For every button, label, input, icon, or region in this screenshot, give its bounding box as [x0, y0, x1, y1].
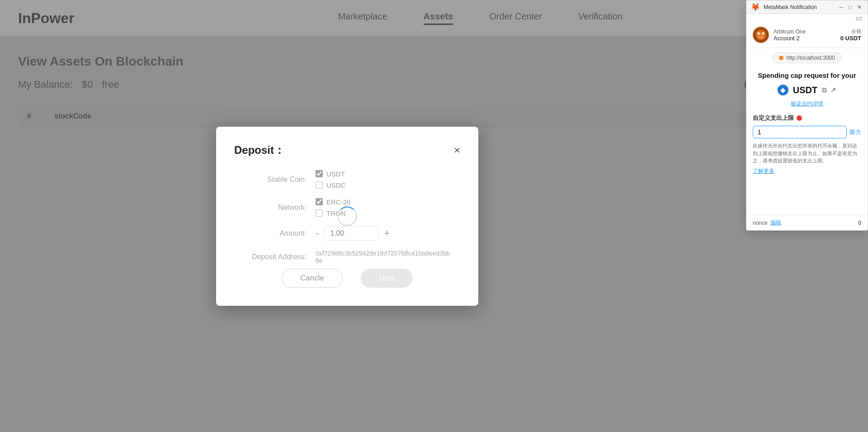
metamask-learn-link[interactable]: 了解更多: [746, 167, 868, 179]
metamask-network: Arbitrum One: [774, 28, 836, 35]
amount-plus-btn[interactable]: +: [384, 228, 390, 238]
metamask-custom-limit-label: 自定义支出上限: [746, 111, 868, 124]
tron-checkbox[interactable]: [316, 209, 323, 217]
metamask-url-badge: http://localhost:3000: [772, 52, 841, 63]
svg-point-0: [753, 27, 769, 43]
metamask-pagination: 1/2: [746, 14, 868, 22]
metamask-account-row: Arbitrum One Account 2 余额 0 USDT: [746, 22, 868, 48]
stable-coin-row: Stable Coin: USDT USDC: [234, 170, 460, 189]
erc20-label: ERC-20: [326, 198, 350, 206]
usdc-label: USDC: [326, 181, 346, 189]
amount-row: Amount: - +: [234, 226, 460, 241]
metamask-input-row: 最大: [746, 124, 868, 140]
metamask-titlebar: 🦊 MetaMask Notification ─ □ ✕: [746, 0, 868, 14]
usdc-checkbox[interactable]: [316, 181, 323, 189]
modal-form: Stable Coin: USDT USDC Network: ERC-20: [234, 170, 460, 264]
account-avatar-svg: [753, 27, 769, 43]
metamask-balance-value: 0 USDT: [840, 35, 861, 42]
erc20-option: ERC-20: [316, 198, 350, 206]
metamask-url-dot: [779, 56, 783, 60]
metamask-custom-limit-text: 自定义支出上限: [753, 114, 794, 122]
metamask-token-name: USDT: [793, 85, 817, 95]
metamask-url-row: http://localhost:3000: [746, 48, 868, 68]
stable-coin-label: Stable Coin:: [234, 176, 307, 184]
metamask-external-link-btn[interactable]: ↗: [830, 86, 836, 94]
loading-spinner: [337, 206, 357, 226]
metamask-url-text: http://localhost:3000: [786, 55, 835, 61]
metamask-max-btn[interactable]: 最大: [849, 128, 861, 136]
metamask-spending-title: Spending cap request for your: [746, 68, 868, 81]
spinner-animation: [337, 206, 357, 226]
metamask-panel: 🦊 MetaMask Notification ─ □ ✕ 1/2: [746, 0, 868, 231]
metamask-nonce-value: 0: [858, 220, 861, 226]
metamask-fox-icon: 🦊: [751, 3, 760, 11]
metamask-usdt-icon: ◆: [778, 85, 788, 95]
metamask-desc-text: 此操作允许合约支出您所有的代币余额，直到达到上限或您撤销支出上限为止。如果不是有…: [746, 140, 868, 167]
amount-controls: - +: [316, 226, 390, 241]
network-label: Network:: [234, 204, 307, 212]
metamask-copy-btn[interactable]: ⧉: [822, 86, 827, 94]
metamask-nonce-label: nonce: [753, 220, 768, 226]
metamask-window-controls: ─ □ ✕: [838, 4, 863, 11]
usdt-label: USDT: [326, 170, 345, 178]
deposit-address-label: Deposit Address:: [234, 253, 307, 261]
metamask-nonce-edit[interactable]: 编辑: [770, 219, 781, 227]
stable-coin-options: USDT USDC: [316, 170, 346, 189]
modal-actions: Cancle Next: [234, 269, 460, 288]
amount-minus-btn[interactable]: -: [316, 228, 319, 238]
modal-header: Deposit： ×: [234, 143, 460, 157]
usdt-checkbox[interactable]: [316, 170, 323, 177]
metamask-nonce-row: nonce 编辑 0: [746, 215, 868, 230]
deposit-modal: Deposit： × Stable Coin: USDT USDC Networ…: [216, 127, 478, 306]
metamask-balance-label: 余额: [840, 28, 861, 35]
metamask-minimize-btn[interactable]: ─: [838, 4, 845, 11]
amount-input[interactable]: [324, 226, 378, 241]
metamask-account-info: Arbitrum One Account 2: [774, 28, 836, 42]
erc20-checkbox[interactable]: [316, 198, 323, 205]
metamask-verify-link[interactable]: 验证合约详情: [746, 99, 868, 111]
metamask-balance-block: 余额 0 USDT: [840, 28, 861, 42]
modal-title: Deposit：: [234, 143, 285, 157]
metamask-usdt-row: ◆ USDT ⧉ ↗: [746, 81, 868, 99]
deposit-address-value: 0xf72988c3b52942de18d7207fdfc410a8eed3bb…: [316, 250, 451, 264]
metamask-close-btn[interactable]: ✕: [856, 4, 863, 11]
metamask-warning-dot: [797, 115, 802, 121]
svg-point-2: [762, 32, 764, 35]
metamask-window-title: MetaMask Notification: [764, 4, 834, 10]
metamask-limit-input[interactable]: [753, 126, 847, 138]
metamask-account-icon: [753, 27, 769, 43]
usdc-option: USDC: [316, 181, 346, 189]
metamask-account-name: Account 2: [774, 35, 836, 42]
modal-close-button[interactable]: ×: [454, 145, 460, 156]
cancel-button[interactable]: Cancle: [282, 269, 343, 288]
deposit-address-row: Deposit Address: 0xf72988c3b52942de18d72…: [234, 250, 460, 264]
metamask-maximize-btn[interactable]: □: [847, 4, 854, 11]
usdt-option: USDT: [316, 170, 346, 178]
amount-label: Amount:: [234, 229, 307, 237]
svg-point-1: [757, 32, 760, 35]
metamask-usdt-actions: ⧉ ↗: [822, 86, 836, 94]
next-button[interactable]: Next: [361, 269, 413, 288]
